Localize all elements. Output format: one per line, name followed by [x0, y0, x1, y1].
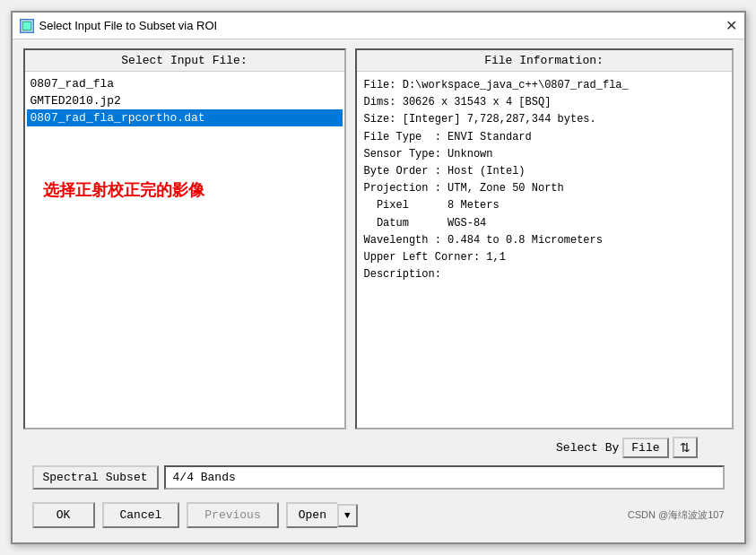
file-item-2[interactable]: 0807_rad_fla_rpcortho.dat — [27, 109, 343, 126]
file-info-line-4: Sensor Type: Unknown — [364, 146, 725, 163]
left-panel: Select Input File: 0807_rad_fla GMTED201… — [23, 48, 346, 429]
close-button[interactable]: ✕ — [726, 19, 737, 33]
file-info-line-2: Size: [Integer] 7,728,287,344 bytes. — [364, 111, 725, 128]
title-bar-left: Select Input File to Subset via ROI — [20, 19, 218, 33]
select-by-button[interactable]: File — [622, 438, 668, 458]
app-icon — [20, 19, 34, 33]
open-dropdown-button[interactable]: ▼ — [337, 504, 358, 527]
title-bar: Select Input File to Subset via ROI ✕ — [13, 13, 744, 39]
right-panel-title: File Information: — [357, 50, 732, 72]
open-button-group: Open ▼ — [286, 502, 358, 528]
ok-button[interactable]: OK — [32, 502, 95, 528]
left-panel-title: Select Input File: — [25, 50, 344, 72]
main-window: Select Input File to Subset via ROI ✕ Se… — [11, 11, 746, 544]
cancel-button[interactable]: Cancel — [102, 502, 180, 528]
spectral-subset-button[interactable]: Spectral Subset — [32, 465, 159, 490]
file-info-line-3: File Type : ENVI Standard — [364, 129, 725, 146]
file-item-1[interactable]: GMTED2010.jp2 — [27, 92, 343, 109]
spectral-subset-value: 4/4 Bands — [164, 465, 725, 490]
svg-rect-1 — [23, 22, 30, 30]
select-by-row: Select By File ⇅ — [23, 437, 734, 458]
file-info-line-6: Projection : UTM, Zone 50 North — [364, 180, 725, 197]
previous-button[interactable]: Previous — [187, 502, 278, 528]
window-body: Select Input File: 0807_rad_fla GMTED201… — [13, 39, 744, 542]
file-info-line-1: Dims: 30626 x 31543 x 4 [BSQ] — [364, 94, 725, 111]
watermark: CSDN @海绵波波107 — [628, 508, 725, 522]
file-info-line-5: Byte Order : Host (Intel) — [364, 163, 725, 180]
open-button[interactable]: Open — [286, 502, 337, 528]
file-info-line-10: Upper Left Corner: 1,1 — [364, 249, 725, 266]
sort-icon: ⇅ — [680, 440, 691, 455]
sort-button[interactable]: ⇅ — [673, 437, 698, 458]
file-info-line-9: Wavelength : 0.484 to 0.8 Micrometers — [364, 232, 725, 249]
select-by-label: Select By — [556, 441, 619, 455]
right-panel: File Information: File: D:\workspace_jav… — [355, 48, 734, 429]
annotation-text: 选择正射校正完的影像 — [43, 179, 204, 201]
main-panels: Select Input File: 0807_rad_fla GMTED201… — [23, 48, 734, 429]
file-info-line-8: Datum WGS-84 — [364, 215, 725, 232]
bottom-buttons: OK Cancel Previous Open ▼ CSDN @海绵波波107 — [23, 497, 734, 533]
file-list[interactable]: 0807_rad_fla GMTED2010.jp2 0807_rad_fla_… — [25, 72, 344, 428]
file-item-0[interactable]: 0807_rad_fla — [27, 75, 343, 92]
file-info-line-7: Pixel 8 Meters — [364, 197, 725, 214]
file-info-line-11: Description: — [364, 266, 725, 283]
file-info-line-0: File: D:\workspace_java_c++\0807_rad_fla… — [364, 77, 725, 94]
file-info-content: File: D:\workspace_java_c++\0807_rad_fla… — [357, 72, 732, 428]
spectral-row: Spectral Subset 4/4 Bands — [23, 465, 734, 490]
window-title: Select Input File to Subset via ROI — [39, 19, 218, 32]
